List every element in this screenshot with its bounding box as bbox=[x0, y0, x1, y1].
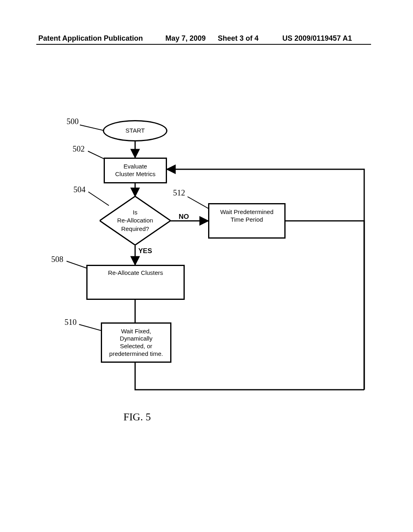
wait-predetermined-text: Wait Predetermined Time Period bbox=[220, 208, 273, 224]
label-512: 512 bbox=[173, 188, 185, 197]
diagram-canvas: START Evaluate Cluster Metrics Is Re-All… bbox=[0, 0, 413, 532]
figure-label: FIG. 5 bbox=[123, 411, 151, 423]
reallocate-text: Re-Allocate Clusters bbox=[108, 269, 163, 277]
branch-yes: YES bbox=[138, 247, 152, 255]
wait-fixed-node: Wait Fixed, Dynamically Selected, or pre… bbox=[101, 322, 171, 363]
start-text: START bbox=[125, 127, 145, 135]
decision-text: Is Re-Allocation Required? bbox=[117, 208, 153, 233]
label-504: 504 bbox=[73, 185, 86, 194]
label-510: 510 bbox=[65, 318, 77, 327]
label-500: 500 bbox=[67, 117, 79, 126]
start-node: START bbox=[103, 120, 167, 141]
label-502: 502 bbox=[73, 144, 85, 154]
reallocate-node: Re-Allocate Clusters bbox=[86, 265, 185, 300]
wait-predetermined-node: Wait Predetermined Time Period bbox=[208, 203, 286, 239]
evaluate-node: Evaluate Cluster Metrics bbox=[104, 158, 167, 183]
wait-fixed-text: Wait Fixed, Dynamically Selected, or pre… bbox=[109, 328, 163, 358]
label-508: 508 bbox=[51, 255, 63, 264]
decision-node: Is Re-Allocation Required? bbox=[100, 196, 171, 245]
branch-no: NO bbox=[179, 213, 189, 221]
evaluate-text: Evaluate Cluster Metrics bbox=[115, 163, 155, 178]
